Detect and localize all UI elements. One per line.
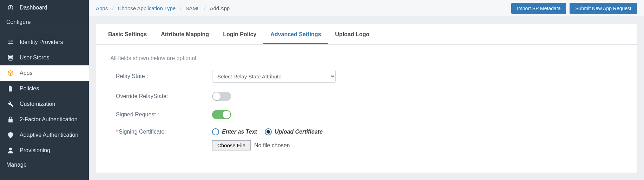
sidebar-item-label: Dashboard: [20, 5, 47, 11]
sidebar-section-label: Manage: [6, 162, 27, 168]
row-signing-certificate: *Signing Certificate: Enter as Text Uplo…: [110, 128, 623, 135]
panel: Basic Settings Attribute Mapping Login P…: [96, 24, 637, 173]
lock-icon: [6, 116, 15, 123]
tab-advanced-settings[interactable]: Advanced Settings: [263, 24, 328, 44]
sidebar-item-label: Adaptive Authentication: [20, 132, 78, 138]
file-icon: [6, 85, 15, 92]
sidebar-item-policies[interactable]: Policies: [0, 81, 89, 96]
label-signing-certificate-text: Signing Certificate:: [119, 129, 166, 135]
sidebar-section-label: Configure: [6, 19, 31, 25]
signed-request-toggle[interactable]: [212, 110, 231, 119]
swap-icon: [6, 39, 15, 46]
sidebar-item-provisioning[interactable]: Provisioning: [0, 143, 89, 158]
sidebar-item-label: Identity Providers: [20, 39, 63, 45]
user-icon: [6, 147, 15, 154]
required-marker: *: [116, 129, 118, 135]
sidebar-item-adaptive-auth[interactable]: Adaptive Authentication: [0, 127, 89, 143]
form-area: All fields shown below are optional Rela…: [96, 45, 637, 161]
sidebar-item-2fa[interactable]: 2-Factor Authentication: [0, 112, 89, 127]
sidebar-item-dashboard[interactable]: Dashboard: [0, 0, 89, 15]
tab-upload-logo[interactable]: Upload Logo: [328, 24, 376, 44]
sidebar-item-label: 2-Factor Authentication: [20, 116, 78, 123]
crumb-separator: /: [180, 5, 181, 11]
row-file-chooser: Choose File No file chosen: [110, 140, 623, 150]
radio-label-upload: Upload Certificate: [275, 129, 323, 135]
wrench-icon: [6, 101, 15, 108]
label-signing-certificate: *Signing Certificate:: [110, 129, 212, 135]
override-relaystate-toggle[interactable]: [212, 92, 231, 101]
import-sp-metadata-button[interactable]: Import SP Metadata: [511, 3, 566, 14]
row-override-relaystate: Override RelayState:: [110, 92, 623, 101]
sidebar-item-customization[interactable]: Customization: [0, 96, 89, 112]
sidebar-item-label: User Stores: [20, 54, 49, 61]
sidebar-item-label: Customization: [20, 101, 55, 107]
dashboard-icon: [6, 4, 15, 11]
main-area: Apps / Choose Application Type / SAML / …: [89, 0, 644, 180]
tab-attribute-mapping[interactable]: Attribute Mapping: [154, 24, 216, 44]
database-icon: [6, 54, 15, 61]
crumb-choose-application-type[interactable]: Choose Application Type: [118, 5, 176, 11]
sidebar-item-label: Policies: [20, 85, 39, 92]
sidebar-item-apps[interactable]: Apps: [0, 65, 89, 81]
topbar: Apps / Choose Application Type / SAML / …: [89, 0, 644, 17]
sidebar-item-user-stores[interactable]: User Stores: [0, 50, 89, 65]
sidebar-item-label: Apps: [20, 70, 32, 76]
sidebar: Dashboard Configure Identity Providers U…: [0, 0, 89, 180]
file-chosen-status: No file chosen: [254, 142, 290, 149]
relay-state-select[interactable]: Select Relay State Attribute: [212, 70, 336, 83]
label-relay-state: Relay State :: [110, 73, 212, 79]
row-signed-request: Signed Request :: [110, 110, 623, 119]
sidebar-item-identity-providers[interactable]: Identity Providers: [0, 34, 89, 50]
tabs: Basic Settings Attribute Mapping Login P…: [96, 24, 637, 45]
crumb-apps[interactable]: Apps: [96, 5, 108, 11]
sidebar-section-manage[interactable]: Manage: [0, 158, 89, 172]
radio-enter-as-text[interactable]: Enter as Text: [212, 128, 257, 135]
radio-upload-certificate[interactable]: Upload Certificate: [265, 128, 323, 135]
optional-fields-hint: All fields shown below are optional: [110, 55, 623, 62]
toggle-knob: [223, 111, 230, 118]
label-signed-request: Signed Request :: [110, 111, 212, 118]
crumb-saml[interactable]: SAML: [185, 5, 200, 11]
radio-icon: [212, 128, 219, 135]
sidebar-section-configure[interactable]: Configure: [0, 15, 89, 30]
breadcrumb: Apps / Choose Application Type / SAML / …: [96, 5, 230, 11]
cube-icon: [6, 70, 15, 77]
radio-icon: [265, 128, 272, 135]
toggle-knob: [213, 92, 221, 100]
label-override-relaystate: Override RelayState:: [110, 93, 212, 99]
tab-basic-settings[interactable]: Basic Settings: [101, 24, 154, 44]
shield-icon: [6, 131, 15, 139]
crumb-add-app: Add App: [210, 5, 230, 11]
choose-file-button[interactable]: Choose File: [212, 140, 251, 150]
crumb-separator: /: [112, 5, 113, 11]
row-relay-state: Relay State : Select Relay State Attribu…: [110, 70, 623, 83]
radio-label-enter-text: Enter as Text: [222, 129, 257, 135]
tab-login-policy[interactable]: Login Policy: [216, 24, 263, 44]
sidebar-item-label: Provisioning: [20, 147, 50, 154]
submit-new-app-request-button[interactable]: Submit New App Request: [570, 3, 637, 14]
sidebar-separator: [4, 32, 85, 32]
crumb-separator: /: [204, 5, 205, 11]
